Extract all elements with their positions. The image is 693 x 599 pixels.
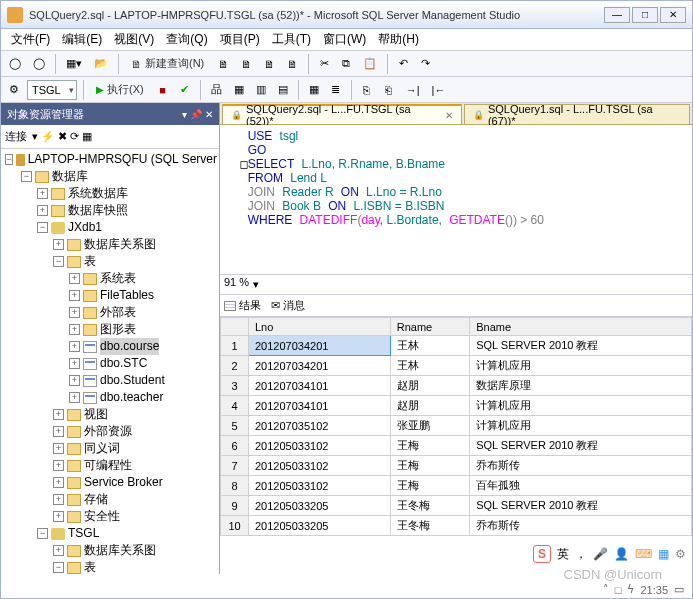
tool-c-icon[interactable]: 🗎 — [260, 54, 279, 74]
menu-project[interactable]: 项目(P) — [214, 29, 266, 50]
col-rownum[interactable] — [221, 318, 249, 336]
tool-b-icon[interactable]: 🗎 — [237, 54, 256, 74]
table-row[interactable]: 3201207034101赵朋数据库原理 — [221, 376, 692, 396]
table-row[interactable]: 8201205033102王梅百年孤独 — [221, 476, 692, 496]
check-icon[interactable]: ✔ — [176, 80, 194, 100]
security-node[interactable]: 安全性 — [84, 508, 120, 525]
results-grid-icon[interactable]: ▦ — [305, 80, 323, 100]
connect-label[interactable]: 连接 — [5, 129, 27, 144]
opt3-icon[interactable]: ▤ — [274, 80, 292, 100]
ime-grid-icon[interactable]: ▦ — [658, 547, 669, 561]
tray-notif-icon[interactable]: ▭ — [674, 583, 684, 596]
ime-kbd-icon[interactable]: ⌨ — [635, 547, 652, 561]
col-rname[interactable]: Rname — [390, 318, 469, 336]
outdent-icon[interactable]: |← — [428, 80, 450, 100]
table-row[interactable]: 7201205033102王梅乔布斯传 — [221, 456, 692, 476]
messages-tab[interactable]: ✉消息 — [271, 298, 305, 313]
open-button[interactable]: 📂 — [90, 54, 112, 74]
tray-sound-icon[interactable]: ϟ — [627, 583, 634, 596]
programmability-node[interactable]: 可编程性 — [84, 457, 132, 474]
results-tab[interactable]: 结果 — [224, 298, 261, 313]
plan-icon[interactable]: 品 — [207, 80, 226, 100]
snapshot-node[interactable]: 数据库快照 — [68, 202, 128, 219]
diagrams2-node[interactable]: 数据库关系图 — [84, 542, 156, 559]
databases-node[interactable]: 数据库 — [52, 168, 88, 185]
table-row[interactable]: 9201205033205王冬梅SQL SERVER 2010 教程 — [221, 496, 692, 516]
tool-a-icon[interactable]: 🗎 — [214, 54, 233, 74]
server-node[interactable]: LAPTOP-HMPRSQFU (SQL Server — [28, 151, 217, 168]
minimize-button[interactable]: — — [604, 7, 630, 23]
table-row[interactable]: 10201205033205王冬梅乔布斯传 — [221, 516, 692, 536]
synonyms-node[interactable]: 同义词 — [84, 440, 120, 457]
nav-back-button[interactable]: ◯ — [5, 54, 25, 74]
conn-tool-a[interactable]: ⚡ — [41, 130, 55, 143]
autohide-pin-icon[interactable]: ▾ 📌 ✕ — [182, 109, 213, 120]
tab-sqlquery1[interactable]: 🔒 SQLQuery1.sql - L...FU.TSGL (sa (67))* — [464, 104, 690, 124]
sql-editor[interactable]: USE tsgl GO □SELECT L.Lno, R.Rname, B.Bn… — [220, 125, 692, 275]
nav-fwd-button[interactable]: ◯ — [29, 54, 49, 74]
sogou-icon[interactable]: S — [533, 545, 551, 563]
paste-icon[interactable]: 📋 — [359, 54, 381, 74]
table-dbo-stc[interactable]: dbo.STC — [100, 355, 147, 372]
storage-node[interactable]: 存储 — [84, 491, 108, 508]
menu-tools[interactable]: 工具(T) — [266, 29, 317, 50]
table-row[interactable]: 1201207034201王林SQL SERVER 2010 教程 — [221, 336, 692, 356]
extres-node[interactable]: 外部资源 — [84, 423, 132, 440]
object-tree[interactable]: −LAPTOP-HMPRSQFU (SQL Server −数据库 +系统数据库… — [1, 149, 219, 574]
sysdb-node[interactable]: 系统数据库 — [68, 185, 128, 202]
tab-sqlquery2[interactable]: 🔒 SQLQuery2.sql - L...FU.TSGL (sa (52))*… — [222, 104, 462, 124]
ime-gear-icon[interactable]: ⚙ — [675, 547, 686, 561]
table-row[interactable]: 4201207034101赵朋计算机应用 — [221, 396, 692, 416]
service-broker-node[interactable]: Service Broker — [84, 474, 163, 491]
table-row[interactable]: 5201207035102张亚鹏计算机应用 — [221, 416, 692, 436]
cut-icon[interactable]: ✂ — [315, 54, 333, 74]
uncomment-icon[interactable]: ⎗ — [380, 80, 398, 100]
tray-time[interactable]: 21:35 — [640, 584, 668, 596]
ime-mic-icon[interactable]: 🎤 — [593, 547, 608, 561]
table-dbo-student[interactable]: dbo.Student — [100, 372, 165, 389]
systables-node[interactable]: 系统表 — [100, 270, 136, 287]
maximize-button[interactable]: □ — [632, 7, 658, 23]
menu-file[interactable]: 文件(F) — [5, 29, 56, 50]
new-item-button[interactable]: ▦▾ — [62, 54, 86, 74]
graph-node[interactable]: 图形表 — [100, 321, 136, 338]
tables2-node[interactable]: 表 — [84, 559, 96, 574]
ime-bar[interactable]: S 英 ， 🎤 👤 ⌨ ▦ ⚙ — [533, 545, 686, 563]
menu-query[interactable]: 查询(Q) — [160, 29, 213, 50]
table-row[interactable]: 6201205033102王梅SQL SERVER 2010 教程 — [221, 436, 692, 456]
parse-icon[interactable]: ⚙ — [5, 80, 23, 100]
results-text-icon[interactable]: ≣ — [327, 80, 345, 100]
filter-icon[interactable]: ▦ — [82, 130, 92, 143]
new-query-button[interactable]: 🗎 新建查询(N) — [125, 54, 210, 74]
col-lno[interactable]: Lno — [249, 318, 391, 336]
table-row[interactable]: 2201207034201王林计算机应用 — [221, 356, 692, 376]
indent-icon[interactable]: →| — [402, 80, 424, 100]
ime-lang[interactable]: 英 — [557, 546, 569, 563]
database-combo[interactable]: TSGL — [27, 80, 77, 100]
menu-view[interactable]: 视图(V) — [108, 29, 160, 50]
col-bname[interactable]: Bname — [470, 318, 692, 336]
table-dbo-course[interactable]: dbo.course — [100, 338, 159, 355]
copy-icon[interactable]: ⧉ — [337, 54, 355, 74]
refresh-icon[interactable]: ⟳ — [70, 130, 79, 143]
conn-tool-b[interactable]: ✖ — [58, 130, 67, 143]
zoom-combo[interactable]: 91 % — [224, 276, 249, 294]
diagrams-node[interactable]: 数据库关系图 — [84, 236, 156, 253]
stop-button[interactable]: ■ — [154, 80, 172, 100]
ime-person-icon[interactable]: 👤 — [614, 547, 629, 561]
results-grid[interactable]: Lno Rname Bname 1201207034201王林SQL SERVE… — [220, 317, 692, 574]
tsgl-node[interactable]: TSGL — [68, 525, 99, 542]
menu-help[interactable]: 帮助(H) — [372, 29, 425, 50]
ime-punct[interactable]: ， — [575, 546, 587, 563]
tray-up-icon[interactable]: ˄ — [603, 583, 609, 596]
close-button[interactable]: ✕ — [660, 7, 686, 23]
execute-button[interactable]: ▶执行(X) — [90, 80, 150, 100]
tray-net-icon[interactable]: □ — [615, 584, 622, 596]
opt2-icon[interactable]: ▥ — [252, 80, 270, 100]
external-node[interactable]: 外部表 — [100, 304, 136, 321]
comment-icon[interactable]: ⎘ — [358, 80, 376, 100]
undo-icon[interactable]: ↶ — [394, 54, 412, 74]
menu-edit[interactable]: 编辑(E) — [56, 29, 108, 50]
tab-close-icon[interactable]: ✕ — [445, 110, 453, 121]
jxdb-node[interactable]: JXdb1 — [68, 219, 102, 236]
